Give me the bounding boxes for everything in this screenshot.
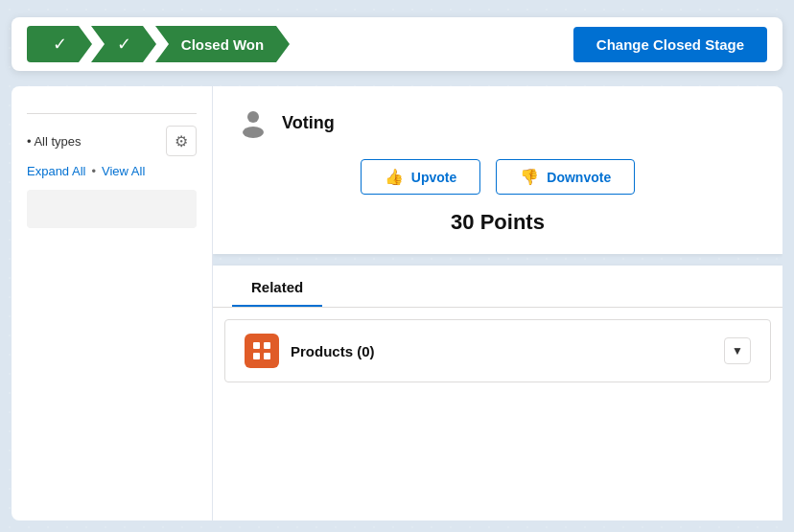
stage-step-1[interactable]: ✓ (27, 26, 92, 62)
right-panel: Voting 👍 Upvote 👎 Downvote 30 Points Rel… (213, 86, 782, 520)
related-divider (213, 307, 782, 308)
voting-header: Voting (236, 105, 759, 140)
svg-rect-3 (264, 342, 270, 349)
products-label: Products (0) (291, 343, 375, 359)
view-all-link[interactable]: View All (102, 164, 145, 178)
voting-card: Voting 👍 Upvote 👎 Downvote 30 Points (213, 86, 782, 254)
thumbs-down-icon: 👎 (520, 168, 539, 186)
sidebar-links: Expand All • View All (27, 164, 197, 178)
dropdown-icon: ▼ (732, 344, 743, 358)
sidebar-gear-button[interactable]: ⚙ (166, 126, 197, 156)
products-row: Products (0) ▼ (224, 319, 771, 382)
sidebar-filter-row: • All types ⚙ (27, 126, 197, 156)
related-title: Related (251, 279, 303, 305)
products-left: Products (0) (245, 334, 375, 368)
svg-rect-4 (253, 353, 260, 359)
sidebar-divider-top (27, 113, 197, 114)
step1-checkmark: ✓ (53, 34, 67, 55)
products-dropdown-button[interactable]: ▼ (724, 337, 751, 364)
upvote-label: Upvote (411, 170, 456, 185)
voting-title: Voting (282, 113, 335, 133)
thumbs-up-icon: 👍 (385, 168, 404, 186)
related-header: Related (232, 266, 322, 307)
svg-rect-2 (253, 342, 260, 349)
closed-won-label: Closed Won (181, 36, 264, 53)
upvote-button[interactable]: 👍 Upvote (361, 159, 480, 195)
gear-icon: ⚙ (175, 132, 188, 150)
svg-point-0 (247, 111, 259, 123)
person-icon (236, 105, 270, 140)
stage-step-2[interactable]: ✓ (91, 26, 156, 62)
sidebar: • All types ⚙ Expand All • View All (12, 86, 213, 520)
downvote-button[interactable]: 👎 Downvote (496, 159, 635, 195)
downvote-label: Downvote (547, 170, 611, 185)
related-card: Related Products (0) (213, 266, 782, 520)
svg-point-1 (243, 127, 264, 138)
sidebar-placeholder (27, 190, 197, 228)
svg-rect-5 (264, 353, 270, 359)
points-display: 30 Points (236, 210, 759, 235)
change-closed-stage-button[interactable]: Change Closed Stage (573, 27, 767, 62)
stage-step-closed-won[interactable]: Closed Won (155, 26, 290, 62)
products-icon (245, 334, 279, 368)
voting-actions: 👍 Upvote 👎 Downvote (236, 159, 759, 195)
sidebar-filter-text: • All types (27, 134, 82, 149)
stage-steps: ✓ ✓ Closed Won (27, 26, 289, 62)
sidebar-dot: • (91, 164, 96, 178)
main-content: • All types ⚙ Expand All • View All Vo (12, 86, 782, 520)
expand-all-link[interactable]: Expand All (27, 164, 85, 178)
stage-bar: ✓ ✓ Closed Won Change Closed Stage (12, 17, 782, 71)
step2-checkmark: ✓ (117, 34, 131, 55)
